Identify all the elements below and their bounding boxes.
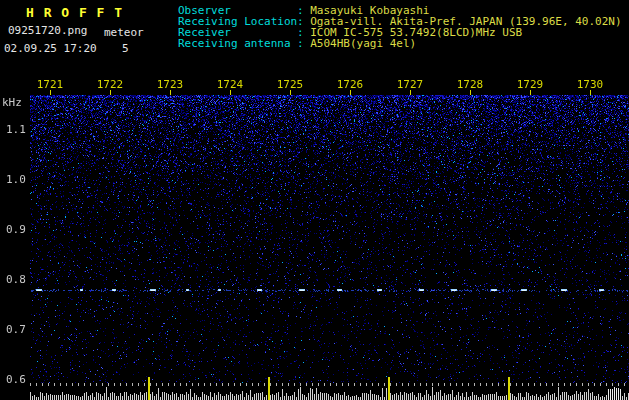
x-tick-label: 1727 <box>396 78 424 91</box>
x-tick-label: 1722 <box>96 78 124 91</box>
x-tick-label: 1724 <box>216 78 244 91</box>
y-tick-label: 0.8 <box>6 273 28 286</box>
x-tick-label: 1728 <box>456 78 484 91</box>
info-row: Receiving antenna: A504HB(yagi 4el) <box>178 38 622 49</box>
y-tick-label: 1.1 <box>6 123 28 136</box>
x-tick-label: 1723 <box>156 78 184 91</box>
x-tick-label: 1721 <box>36 78 64 91</box>
info-label: Receiving antenna <box>178 38 297 49</box>
y-tick-label: 1.0 <box>6 173 28 186</box>
info-separator: : <box>297 37 310 50</box>
info-value: A504HB(yagi 4el) <box>310 37 416 50</box>
y-axis-labels: 1.11.00.90.80.70.6 <box>0 0 30 400</box>
x-tick-label: 1729 <box>516 78 544 91</box>
mode-label: meteor <box>104 26 144 39</box>
x-tick-label: 1730 <box>576 78 604 91</box>
y-tick-label: 0.6 <box>6 373 28 386</box>
spectrogram-canvas <box>0 72 629 400</box>
x-tick-label: 1725 <box>276 78 304 91</box>
x-axis-labels: 1721172217231724172517261727172817291730 <box>0 78 629 91</box>
x-tick-label: 1726 <box>336 78 364 91</box>
app-title: H R O F F T <box>26 5 123 20</box>
observation-info: Observer: Masayuki KobayashiReceiving Lo… <box>178 5 622 49</box>
y-tick-label: 0.9 <box>6 223 28 236</box>
y-tick-label: 0.7 <box>6 323 28 336</box>
echo-count: 5 <box>122 42 129 55</box>
hrofft-screenshot: H R O F F T 09251720.png meteor 02.09.25… <box>0 0 629 400</box>
